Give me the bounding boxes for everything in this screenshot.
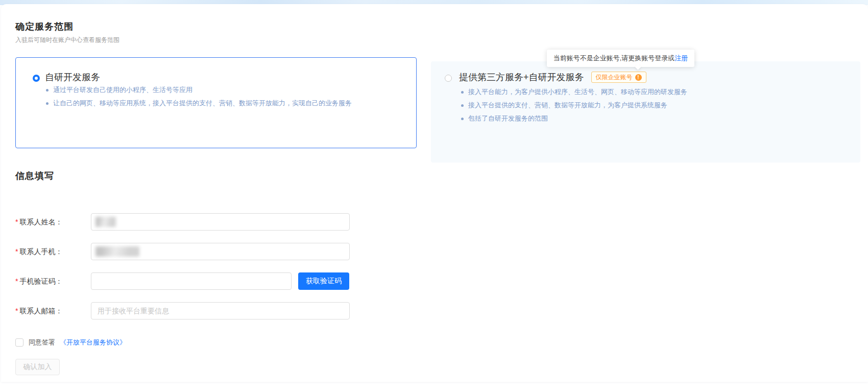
- option-card-self-dev[interactable]: 自研开发服务 通过平台研发自己使用的小程序、生活号等应用 让自己的网页、移动等应…: [15, 57, 417, 148]
- label-text: 联系人姓名：: [19, 218, 62, 226]
- sms-code-input[interactable]: [91, 272, 292, 290]
- get-code-button[interactable]: 获取验证码: [298, 272, 349, 290]
- option-bullets-self-dev: 通过平台研发自己使用的小程序、生活号等应用 让自己的网页、移动等应用系统，接入平…: [46, 86, 352, 113]
- contact-name-label: *联系人姓名：: [15, 213, 89, 231]
- redacted-name-value: [95, 217, 116, 227]
- bullet-item: 包括了自研开发服务的范围: [461, 115, 687, 122]
- bullet-dot-icon: [46, 89, 49, 92]
- agreement-prefix: 同意签署: [29, 338, 55, 347]
- bullet-text: 包括了自研开发服务的范围: [468, 115, 548, 122]
- warning-circle-icon: !: [635, 74, 642, 81]
- option-title-row: 提供第三方服务+自研开发服务 仅限企业账号 !: [459, 71, 646, 83]
- contact-email-label: *联系人邮箱：: [15, 302, 89, 319]
- radio-unselected-icon[interactable]: [445, 75, 452, 82]
- label-text: 联系人邮箱：: [19, 307, 62, 315]
- badge-label: 仅限企业账号: [596, 73, 633, 82]
- page-title: 确定服务范围: [15, 20, 74, 33]
- required-asterisk: *: [15, 218, 18, 226]
- enterprise-only-badge: 仅限企业账号 !: [591, 72, 646, 83]
- bullet-dot-icon: [46, 102, 49, 105]
- bullet-text: 接入平台提供的支付、营销、数据等开放能力，为客户提供系统服务: [468, 102, 667, 109]
- page-subtitle: 入驻后可随时在账户中心查看服务范围: [15, 36, 119, 44]
- option-title-third-party: 提供第三方服务+自研开发服务: [459, 71, 584, 83]
- required-asterisk: *: [15, 277, 18, 285]
- account-warning-tooltip: 当前账号不是企业账号,请更换账号登录或注册: [547, 50, 694, 67]
- agreement-checkbox[interactable]: [15, 338, 23, 347]
- bullet-dot-icon: [461, 104, 464, 107]
- bullet-text: 接入平台能力，为客户提供小程序、生活号、网页、移动等应用的研发服务: [468, 88, 687, 96]
- agreement-link[interactable]: 《开放平台服务协议》: [60, 338, 126, 347]
- radio-selected-icon[interactable]: [33, 75, 40, 82]
- option-bullets-third-party: 接入平台能力，为客户提供小程序、生活号、网页、移动等应用的研发服务 接入平台提供…: [461, 88, 687, 128]
- label-text: 联系人手机：: [19, 247, 62, 256]
- label-text: 手机验证码：: [19, 277, 62, 285]
- bullet-item: 接入平台能力，为客户提供小程序、生活号、网页、移动等应用的研发服务: [461, 88, 687, 96]
- bullet-dot-icon: [461, 118, 464, 120]
- bullet-item: 让自己的网页、移动等应用系统，接入平台提供的支付、营销、数据等开放能力，实现自己…: [46, 100, 352, 107]
- sms-code-label: *手机验证码：: [15, 272, 89, 290]
- tooltip-text: 当前账号不是企业账号,请更换账号登录或: [553, 54, 675, 63]
- required-asterisk: *: [15, 307, 18, 315]
- bullet-text: 通过平台研发自己使用的小程序、生活号等应用: [53, 86, 192, 94]
- contact-phone-label: *联系人手机：: [15, 243, 89, 260]
- contact-name-input[interactable]: [91, 213, 350, 231]
- bullet-item: 通过平台研发自己使用的小程序、生活号等应用: [46, 86, 352, 94]
- required-asterisk: *: [15, 247, 18, 256]
- option-card-third-party[interactable]: 提供第三方服务+自研开发服务 仅限企业账号 ! 接入平台能力，为客户提供小程序、…: [431, 61, 860, 163]
- bullet-dot-icon: [461, 91, 464, 94]
- contact-email-input[interactable]: [91, 302, 350, 319]
- redacted-phone-value: [95, 246, 139, 257]
- form-section-title: 信息填写: [15, 170, 54, 182]
- confirm-join-button[interactable]: 确认加入: [15, 359, 60, 375]
- option-title-self-dev: 自研开发服务: [45, 71, 100, 83]
- agreement-row: 同意签署 《开放平台服务协议》: [15, 338, 126, 347]
- register-link[interactable]: 注册: [674, 54, 688, 63]
- bullet-item: 接入平台提供的支付、营销、数据等开放能力，为客户提供系统服务: [461, 102, 687, 109]
- bullet-text: 让自己的网页、移动等应用系统，接入平台提供的支付、营销、数据等开放能力，实现自己…: [53, 100, 352, 107]
